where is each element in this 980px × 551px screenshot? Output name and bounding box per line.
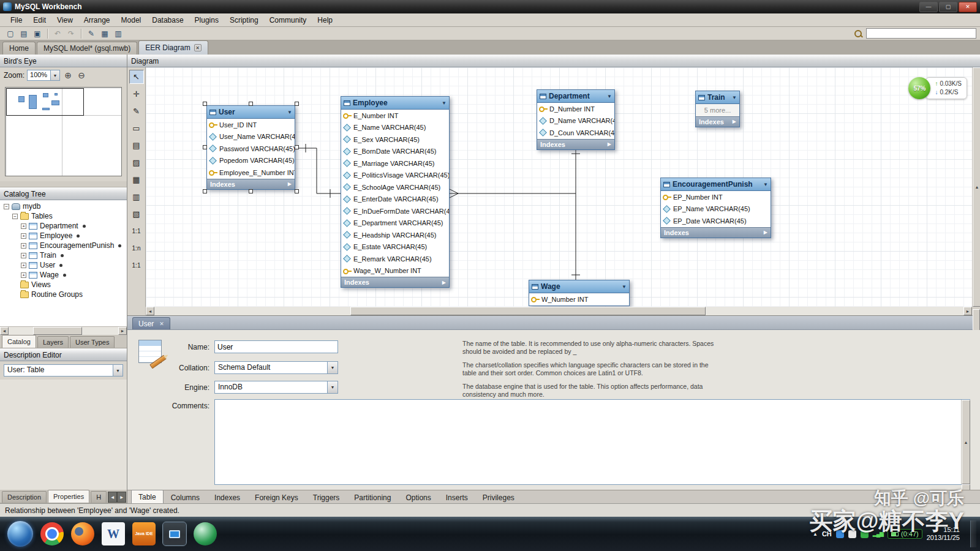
taskbar-java-ide-icon[interactable]: Java IDE bbox=[132, 522, 156, 545]
tray-app-icon[interactable] bbox=[836, 530, 844, 538]
expander-icon[interactable]: + bbox=[21, 223, 26, 229]
menu-edit[interactable]: Edit bbox=[28, 13, 51, 26]
menu-file[interactable]: File bbox=[5, 13, 28, 26]
indexes-footer[interactable]: Indexes▶ bbox=[341, 277, 449, 287]
hidden-icons-chevron[interactable]: ▲ bbox=[813, 531, 818, 537]
network-icon[interactable]: ▂▄▆ bbox=[873, 531, 883, 537]
tray-app-icon[interactable] bbox=[848, 530, 856, 538]
tree-item-views[interactable]: Views bbox=[0, 280, 127, 290]
editor-tab-privileges[interactable]: Privileges bbox=[475, 492, 522, 503]
comments-input[interactable]: ▲ ▼ bbox=[214, 399, 970, 485]
tab-user-types[interactable]: User Types bbox=[70, 336, 115, 348]
collapse-icon[interactable]: ▼ bbox=[763, 182, 768, 187]
pan-tool[interactable]: ✛ bbox=[129, 87, 144, 101]
selection-handle[interactable] bbox=[295, 189, 299, 193]
selection-handle[interactable] bbox=[203, 189, 207, 193]
tray-app-icon[interactable] bbox=[861, 530, 869, 538]
tab-home[interactable]: Home bbox=[2, 42, 36, 54]
taskbar-word-icon[interactable]: W bbox=[102, 522, 125, 545]
close-button[interactable]: ✕ bbox=[959, 2, 977, 12]
maximize-button[interactable]: ▢ bbox=[939, 2, 957, 12]
language-indicator[interactable]: CH bbox=[822, 530, 832, 538]
collapse-icon[interactable]: ▼ bbox=[607, 94, 612, 99]
tab-h[interactable]: H bbox=[91, 491, 107, 503]
battery-timer[interactable]: (0:47) bbox=[888, 529, 922, 539]
expander-icon[interactable]: + bbox=[21, 253, 26, 258]
editor-tab-indexes[interactable]: Indexes bbox=[207, 492, 247, 503]
zoom-select[interactable]: 100% ▼ bbox=[27, 70, 60, 81]
tree-item-routine-groups[interactable]: Routine Groups bbox=[0, 290, 127, 299]
eer-table-department[interactable]: Department▼D_Number INTD_Name VARCHAR(45… bbox=[537, 89, 615, 150]
scroll-left-icon[interactable]: ◄ bbox=[0, 327, 9, 335]
redo-icon[interactable]: ↷ bbox=[65, 28, 77, 39]
eer-table-train[interactable]: Train▼5 more...Indexes▶ bbox=[695, 91, 740, 127]
chevron-down-icon[interactable]: ▼ bbox=[113, 365, 123, 376]
pen-icon[interactable]: ✎ bbox=[85, 28, 97, 39]
comments-scrollbar[interactable]: ▲ ▼ bbox=[961, 400, 970, 484]
undo-icon[interactable]: ↶ bbox=[51, 28, 64, 39]
taskbar-capture-tool-icon[interactable] bbox=[163, 522, 186, 545]
indexes-footer[interactable]: Indexes▶ bbox=[661, 227, 771, 238]
minimize-button[interactable]: — bbox=[919, 2, 938, 12]
indexes-footer[interactable]: Indexes▶ bbox=[207, 179, 295, 189]
vertical-scrollbar[interactable]: ▲ ▼ bbox=[972, 67, 980, 307]
tree-item-train[interactable]: +Train bbox=[0, 250, 127, 260]
tab-description[interactable]: Description bbox=[2, 491, 47, 503]
scroll-down-icon[interactable]: ▼ bbox=[962, 484, 970, 490]
scroll-left-icon[interactable]: ◄ bbox=[108, 492, 117, 503]
expander-icon[interactable]: − bbox=[12, 214, 18, 219]
menu-model[interactable]: Model bbox=[116, 13, 147, 26]
collapse-icon[interactable]: ▼ bbox=[442, 100, 447, 106]
show-desktop-button[interactable] bbox=[970, 520, 976, 547]
collapse-icon[interactable]: ▼ bbox=[732, 95, 737, 100]
taskbar-firefox-icon[interactable] bbox=[71, 522, 94, 545]
taskbar-start-button[interactable] bbox=[7, 521, 33, 547]
net-speed-overlay[interactable]: 57% ↑0.03K/S ↓0.2K/S bbox=[908, 77, 967, 99]
eer-table-employee[interactable]: Employee▼E_Number INTE_Name VARCHAR(45)E… bbox=[341, 96, 450, 288]
collapse-icon[interactable]: ▼ bbox=[622, 284, 627, 290]
indexes-footer[interactable]: Indexes▶ bbox=[537, 139, 614, 149]
selection-handle[interactable] bbox=[203, 145, 207, 149]
table-tool[interactable]: ▦ bbox=[129, 173, 144, 187]
grid-icon[interactable]: ▦ bbox=[99, 28, 111, 39]
editor-tab-triggers[interactable]: Triggers bbox=[306, 492, 347, 503]
indexes-footer[interactable]: Indexes▶ bbox=[696, 116, 739, 127]
expand-icon[interactable]: ▶ bbox=[764, 230, 767, 235]
editor-tab-columns[interactable]: Columns bbox=[164, 492, 207, 503]
note-tool[interactable]: ▤ bbox=[129, 138, 144, 152]
scroll-up-icon[interactable]: ▲ bbox=[962, 400, 970, 484]
selection-handle[interactable] bbox=[295, 102, 299, 106]
selection-handle[interactable] bbox=[249, 189, 253, 193]
scroll-right-icon[interactable]: ► bbox=[118, 327, 127, 335]
menu-plugins[interactable]: Plugins bbox=[189, 13, 224, 26]
tree-item-wage[interactable]: +Wage bbox=[0, 270, 127, 280]
birds-eye-minimap[interactable] bbox=[5, 87, 122, 176]
routine-group-tool[interactable]: ▧ bbox=[129, 207, 144, 221]
expander-icon[interactable]: + bbox=[21, 233, 26, 239]
panel-splitter[interactable] bbox=[0, 181, 127, 187]
menu-view[interactable]: View bbox=[51, 13, 78, 26]
tab-properties[interactable]: Properties bbox=[48, 490, 89, 503]
editor-tab-table[interactable]: Table bbox=[131, 490, 164, 503]
image-tool[interactable]: ▨ bbox=[129, 156, 144, 170]
new-document-icon[interactable]: ▢ bbox=[4, 28, 17, 39]
chevron-down-icon[interactable]: ▼ bbox=[327, 381, 337, 393]
tree-item-mydb[interactable]: −mydb bbox=[0, 201, 127, 211]
rel-one-many-tool[interactable]: 1:n bbox=[129, 241, 144, 255]
layers-icon[interactable]: ▥ bbox=[112, 28, 124, 39]
menu-community[interactable]: Community bbox=[264, 13, 312, 26]
rel-one-one-tool[interactable]: 1:1 bbox=[129, 224, 144, 238]
description-editor-body[interactable] bbox=[0, 380, 127, 490]
expander-icon[interactable]: − bbox=[4, 204, 9, 209]
edit-tool[interactable]: ✎ bbox=[129, 104, 144, 118]
eer-table-wage[interactable]: Wage▼W_Number INT bbox=[529, 280, 630, 306]
expand-icon[interactable]: ▶ bbox=[288, 181, 292, 187]
eer-table-encouragementpunish[interactable]: EncouragementPunish▼EP_Number INTEP_Name… bbox=[660, 178, 771, 238]
close-icon[interactable]: ✕ bbox=[159, 321, 164, 327]
expand-icon[interactable]: ▶ bbox=[608, 141, 611, 147]
tab-layers[interactable]: Layers bbox=[37, 336, 69, 348]
eer-table-user[interactable]: User▼User_ID INTUser_Name VARCHAR(45)Pas… bbox=[206, 105, 295, 190]
editor-tab-partitioning[interactable]: Partitioning bbox=[347, 492, 398, 503]
expand-icon[interactable]: ▶ bbox=[442, 280, 446, 285]
zoom-out-button[interactable]: ⊖ bbox=[76, 70, 87, 81]
